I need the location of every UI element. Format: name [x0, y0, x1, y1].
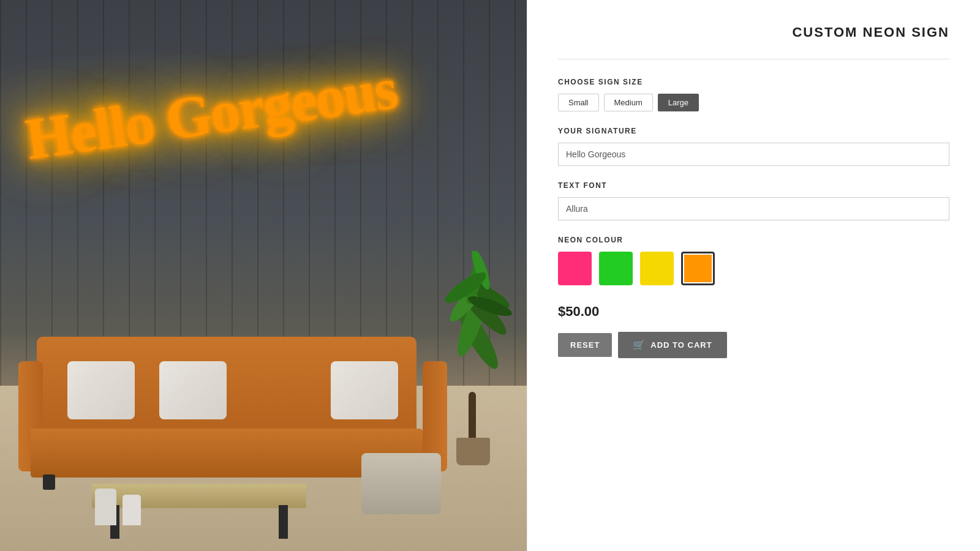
product-config-panel: CUSTOM NEON SIGN CHOOSE SIGN SIZE Small … [527, 0, 980, 551]
signature-label: YOUR SIGNATURE [558, 127, 949, 135]
size-small-button[interactable]: Small [558, 94, 599, 111]
ottoman [361, 453, 441, 514]
color-swatch-pink[interactable] [558, 252, 592, 285]
action-button-group: RESET 🛒 ADD TO CART [558, 332, 949, 358]
table-object-1 [95, 489, 116, 525]
color-swatch-orange[interactable] [681, 252, 715, 285]
title-divider [558, 59, 949, 59]
size-medium-button[interactable]: Medium [604, 94, 653, 111]
color-swatch-group [558, 252, 949, 285]
color-swatch-green[interactable] [599, 252, 633, 285]
add-to-cart-label: ADD TO CART [650, 340, 712, 350]
reset-button[interactable]: RESET [558, 333, 612, 357]
product-title: CUSTOM NEON SIGN [558, 18, 949, 40]
sofa-leg-left [43, 474, 55, 490]
product-price: $50.00 [558, 304, 949, 320]
signature-input[interactable] [558, 143, 949, 166]
plant-pot [456, 438, 490, 465]
pillow-left [67, 361, 135, 419]
table-object-2 [123, 495, 141, 525]
size-large-button[interactable]: Large [658, 94, 699, 111]
plant-leaves-svg [441, 251, 514, 422]
add-to-cart-button[interactable]: 🛒 ADD TO CART [618, 332, 726, 358]
product-image-panel: Hello Gorgeous [0, 0, 527, 551]
neon-colour-label: NEON COLOUR [558, 236, 949, 244]
table-leg-right [279, 505, 288, 539]
pillow-right [331, 361, 398, 419]
size-button-group: Small Medium Large [558, 94, 949, 111]
sign-size-label: CHOOSE SIGN SIZE [558, 78, 949, 86]
plant [441, 251, 514, 465]
font-label: TEXT FONT [558, 181, 949, 190]
cart-icon: 🛒 [633, 339, 646, 351]
font-input[interactable] [558, 197, 949, 220]
color-swatch-yellow[interactable] [640, 252, 674, 285]
pillow-center [159, 361, 227, 419]
